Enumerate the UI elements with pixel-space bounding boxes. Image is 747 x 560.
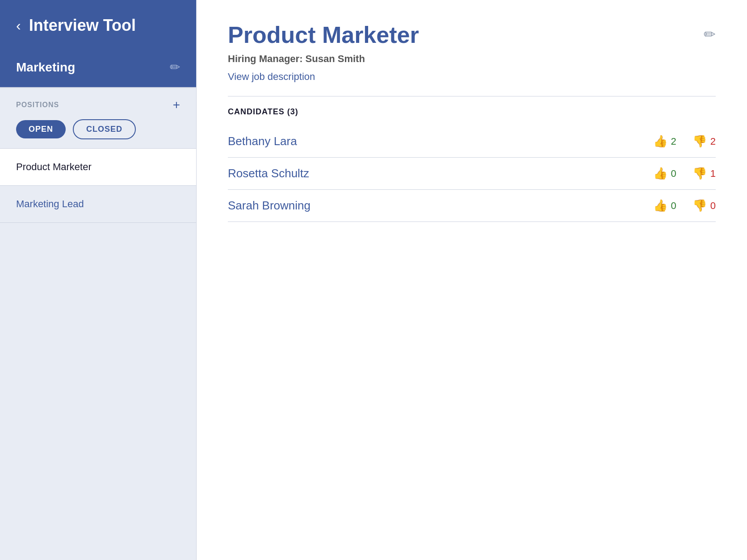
up-count-bethany: 2 bbox=[671, 136, 676, 147]
down-count-bethany: 2 bbox=[710, 136, 716, 147]
up-count-sarah: 0 bbox=[671, 200, 676, 212]
down-count-rosetta: 1 bbox=[710, 168, 716, 180]
candidate-name-sarah-browning[interactable]: Sarah Browning bbox=[228, 199, 311, 213]
down-count-sarah: 0 bbox=[710, 200, 716, 212]
job-title: Product Marketer bbox=[228, 22, 419, 48]
thumbs-down-sarah[interactable]: 👎 0 bbox=[692, 199, 716, 213]
edit-section-icon[interactable]: ✏ bbox=[170, 60, 180, 75]
vote-group-bethany-lara: 👍 2 👎 2 bbox=[653, 134, 716, 148]
candidate-name-bethany-lara[interactable]: Bethany Lara bbox=[228, 134, 297, 148]
up-count-rosetta: 0 bbox=[671, 168, 676, 180]
open-filter-button[interactable]: OPEN bbox=[16, 120, 66, 138]
sidebar-header-left: ‹ Interview Tool bbox=[16, 16, 136, 35]
vote-group-sarah: 👍 0 👎 0 bbox=[653, 199, 716, 213]
app-title: Interview Tool bbox=[29, 16, 136, 35]
thumbs-down-rosetta[interactable]: 👎 1 bbox=[692, 167, 716, 180]
thumbs-down-icon: 👎 bbox=[692, 167, 707, 180]
view-job-link[interactable]: View job description bbox=[228, 71, 716, 83]
position-item-marketing-lead[interactable]: Marketing Lead bbox=[0, 186, 196, 223]
thumbs-up-rosetta[interactable]: 👍 0 bbox=[653, 167, 676, 180]
positions-label-row: POSITIONS + bbox=[16, 99, 180, 111]
thumbs-up-icon: 👍 bbox=[653, 134, 667, 148]
positions-bar: POSITIONS + OPEN CLOSED bbox=[0, 88, 196, 149]
positions-label: POSITIONS bbox=[16, 101, 59, 109]
thumbs-down-icon: 👎 bbox=[692, 134, 707, 148]
filter-buttons: OPEN CLOSED bbox=[16, 119, 180, 139]
candidate-name-rosetta-schultz[interactable]: Rosetta Schultz bbox=[228, 167, 309, 180]
position-list: Product Marketer Marketing Lead bbox=[0, 149, 196, 560]
back-button[interactable]: ‹ bbox=[16, 18, 21, 33]
hiring-manager: Hiring Manager: Susan Smith bbox=[228, 53, 716, 65]
divider-1 bbox=[228, 96, 716, 96]
section-header: Marketing ✏ bbox=[0, 51, 196, 88]
edit-job-icon[interactable]: ✏ bbox=[704, 26, 716, 43]
vote-group-rosetta: 👍 0 👎 1 bbox=[653, 167, 716, 180]
closed-filter-button[interactable]: CLOSED bbox=[73, 119, 136, 139]
thumbs-up-icon: 👍 bbox=[653, 167, 667, 180]
main-content: Product Marketer ✏ Hiring Manager: Susan… bbox=[197, 0, 747, 560]
thumbs-down-bethany[interactable]: 👎 2 bbox=[692, 134, 716, 148]
job-title-row: Product Marketer ✏ bbox=[228, 22, 716, 48]
candidates-label: CANDIDATES (3) bbox=[228, 107, 716, 117]
position-item-product-marketer[interactable]: Product Marketer bbox=[0, 149, 196, 186]
sidebar: ‹ Interview Tool Marketing ✏ POSITIONS +… bbox=[0, 0, 197, 560]
candidate-row-sarah-browning: Sarah Browning 👍 0 👎 0 bbox=[228, 190, 716, 222]
add-position-button[interactable]: + bbox=[173, 99, 180, 111]
thumbs-up-icon: 👍 bbox=[653, 199, 667, 213]
thumbs-up-bethany[interactable]: 👍 2 bbox=[653, 134, 676, 148]
section-name: Marketing bbox=[16, 60, 75, 75]
candidate-row-rosetta-schultz: Rosetta Schultz 👍 0 👎 1 bbox=[228, 158, 716, 190]
candidate-row-bethany-lara: Bethany Lara 👍 2 👎 2 bbox=[228, 125, 716, 158]
thumbs-down-icon: 👎 bbox=[692, 199, 707, 213]
thumbs-up-sarah[interactable]: 👍 0 bbox=[653, 199, 676, 213]
sidebar-header: ‹ Interview Tool bbox=[0, 0, 196, 51]
